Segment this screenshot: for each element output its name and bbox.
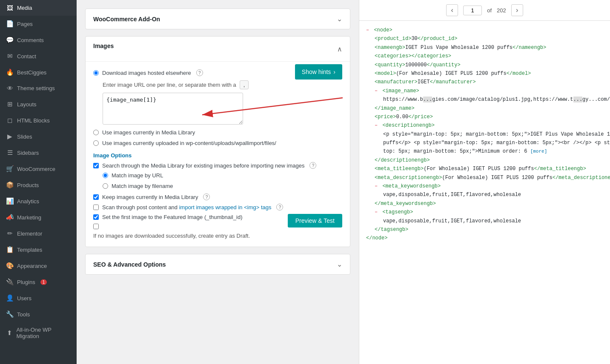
search-checkbox-input[interactable] — [93, 163, 99, 168]
marketing-icon: 📣 — [6, 213, 14, 221]
download-radio-input[interactable] — [93, 70, 99, 76]
featured-checkbox-input[interactable] — [93, 214, 99, 220]
draft-checkbox-label[interactable] — [93, 224, 250, 229]
sidebar-item-label: Contact — [17, 53, 36, 60]
preview-test-button[interactable]: Preview & Test — [288, 214, 342, 228]
sidebar-item-tools[interactable]: 🔧 Tools — [0, 306, 77, 322]
woocommerce-collapse-icon[interactable]: ⌄ — [337, 15, 342, 23]
sidebar-item-label: Comments — [17, 37, 44, 43]
sidebar-item-html-blocks[interactable]: ◻ HTML Blocks — [0, 112, 77, 128]
xml-line-image-name-close: </image_name> — [366, 104, 603, 113]
xml-page-input[interactable] — [463, 6, 482, 15]
bestciggies-icon: 🔥 — [6, 68, 14, 76]
match-filename-radio-input[interactable] — [103, 183, 108, 189]
search-checkbox-label[interactable]: Search through the Media Library for exi… — [93, 162, 342, 169]
sidebar-item-contact[interactable]: ✉ Contact — [0, 48, 77, 64]
draft-checkbox-input[interactable] — [93, 224, 99, 229]
keep-checkbox-text: Keep images currently in Media Library — [102, 194, 198, 200]
sidebar-item-label: Elementor — [17, 230, 42, 237]
media-library-radio-group: Use images currently in Media Library — [93, 129, 342, 136]
uploads-radio-group: Use images currently uploaded in wp-cont… — [93, 140, 342, 146]
media-library-radio-label[interactable]: Use images currently in Media Library — [93, 129, 342, 136]
plugins-icon: 🔌 — [6, 278, 14, 286]
sidebar-item-marketing[interactable]: 📣 Marketing — [0, 209, 77, 225]
woocommerce-card-header[interactable]: WooCommerce Add-On ⌄ — [86, 9, 350, 29]
woocommerce-card-title: WooCommerce Add-On — [93, 16, 160, 23]
scan-checkbox-label[interactable]: Scan through post content and import ima… — [93, 204, 342, 210]
show-hints-button[interactable]: Show hints › — [295, 64, 342, 80]
keep-help-icon[interactable]: ? — [203, 193, 210, 200]
search-help-icon[interactable]: ? — [309, 162, 316, 169]
sidebar-item-label: Users — [17, 295, 32, 301]
download-radio-text: Download images hosted elsewhere — [102, 70, 191, 76]
xml-line-meta-titleengb: <meta_titleengb>(For Wholesale) IGET PLU… — [366, 165, 603, 173]
show-hints-label: Show hints — [302, 68, 331, 75]
featured-checkbox-label[interactable]: Set the first image to the Featured Imag… — [93, 214, 250, 220]
seo-card-header[interactable]: SEO & Advanced Options ⌄ — [86, 254, 350, 274]
woocommerce-icon: 🛒 — [6, 165, 14, 173]
xml-line-tagsengb-open: – <tagsengb> — [366, 208, 603, 216]
sidebar-item-label: Plugins — [17, 279, 35, 285]
sidebar-item-all-in-one[interactable]: ⬆ All-in-One WP Migration — [0, 322, 77, 344]
xml-line-price: <price>0.00</price> — [366, 113, 603, 121]
keep-checkbox-label[interactable]: Keep images currently in Media Library ? — [93, 193, 342, 200]
sidebar-item-plugins[interactable]: 🔌 Plugins 1 — [0, 274, 77, 290]
sidebar-item-theme-settings[interactable]: 👁 Theme settings — [0, 80, 77, 96]
sidebar-item-elementor[interactable]: ✏ Elementor — [0, 225, 77, 242]
sidebar-item-pages[interactable]: 📄 Pages — [0, 16, 77, 32]
sidebar-item-appearance[interactable]: 🎨 Appearance — [0, 258, 77, 274]
show-hints-arrow-icon: › — [333, 68, 335, 75]
xml-line-descriptionengb-val2: puffs</p> <p style="margin-top: 5px; mar… — [366, 139, 603, 147]
sidebar-item-slides[interactable]: ▶ Slides — [0, 128, 77, 145]
match-filename-radio-label[interactable]: Match image by filename — [103, 183, 342, 189]
sidebar-item-layouts[interactable]: ⊞ Layouts — [0, 96, 77, 112]
sidebar-item-sidebars[interactable]: ☰ Sidebars — [0, 145, 77, 161]
xml-line-node-close: </node> — [366, 234, 603, 242]
scan-checkbox-input[interactable] — [93, 205, 99, 210]
sidebar-item-comments[interactable]: 💬 Comments — [0, 32, 77, 48]
xml-line-descriptionengb-close: </descriptionengb> — [366, 156, 603, 165]
keep-checkbox-input[interactable] — [93, 194, 99, 200]
uploads-radio-input[interactable] — [93, 140, 99, 146]
sidebar-item-label: Appearance — [17, 263, 47, 269]
sidebar-item-label: Products — [17, 182, 39, 188]
uploads-radio-label[interactable]: Use images currently uploaded in wp-cont… — [93, 140, 342, 146]
xml-next-button[interactable]: › — [511, 4, 523, 16]
xml-line-image-name-open: – <image_name> — [366, 87, 603, 95]
xml-line-manufacturer: <manufacturer>IGET</manufacturer> — [366, 78, 603, 86]
sidebar-item-label: HTML Blocks — [17, 117, 50, 124]
match-url-radio-input[interactable] — [103, 173, 108, 178]
sidebar-item-bestciggies[interactable]: 🔥 BestCiggies — [0, 64, 77, 80]
xml-prev-button[interactable]: ‹ — [446, 4, 458, 16]
xml-line-descriptionengb-val3: top: 5px; margin-bottom: 5px;">Minimum o… — [366, 147, 603, 156]
xml-content: – <node> <product_id>30</product_id> <na… — [359, 21, 610, 364]
download-help-icon[interactable]: ? — [196, 69, 203, 76]
match-url-radio-label[interactable]: Match image by URL — [103, 172, 342, 179]
featured-checkbox-group: Set the first image to the Featured Imag… — [93, 214, 250, 220]
images-card-title: Images — [93, 43, 114, 49]
sidebar-item-templates[interactable]: 📋 Templates — [0, 242, 77, 258]
seo-card-title: SEO & Advanced Options — [93, 261, 166, 268]
sidebar-item-analytics[interactable]: 📊 Analytics — [0, 193, 77, 209]
seo-collapse-icon[interactable]: ⌄ — [337, 260, 342, 268]
media-library-radio-input[interactable] — [93, 130, 99, 135]
featured-checkbox-text: Set the first image to the Featured Imag… — [102, 214, 243, 220]
sidebar-item-products[interactable]: 📦 Products — [0, 177, 77, 193]
scan-help-icon[interactable]: ? — [276, 204, 283, 210]
xml-line-node-open: – <node> — [366, 26, 603, 34]
image-options-title: Image Options — [93, 152, 342, 159]
sidebar-item-media[interactable]: 🖼 Media — [0, 0, 77, 16]
images-card: Images ∧ Show hints › Download images ho… — [85, 36, 350, 247]
slides-icon: ▶ — [6, 133, 14, 140]
image-url-textarea[interactable]: {image_name[1]} — [103, 93, 243, 125]
images-card-header[interactable]: Images ∧ — [86, 37, 350, 62]
main-area: WooCommerce Add-On ⌄ Images ∧ Show hints… — [77, 0, 610, 364]
xml-line-model: <model>(For Wholesale) IGET PLUS 1200 pu… — [366, 69, 603, 78]
images-collapse-icon[interactable]: ∧ — [337, 45, 342, 53]
sidebar: 🖼 Media 📄 Pages 💬 Comments ✉ Contact 🔥 B… — [0, 0, 77, 364]
appearance-icon: 🎨 — [6, 262, 14, 270]
sidebar-item-woocommerce[interactable]: 🛒 WooCommerce — [0, 161, 77, 177]
match-radio-group: Match image by URL Match image by filena… — [103, 172, 342, 189]
sidebar-item-users[interactable]: 👤 Users — [0, 290, 77, 306]
sidebar-item-label: WooCommerce — [17, 166, 55, 172]
